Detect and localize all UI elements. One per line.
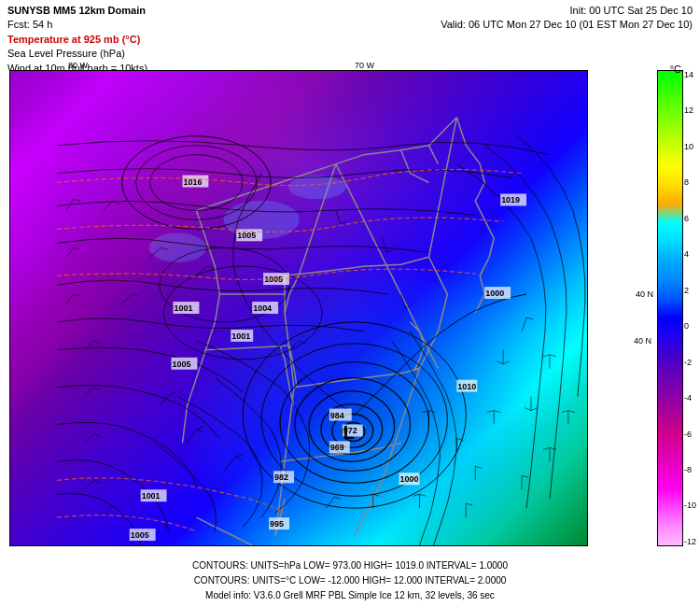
colorbar-label-n12: -12 bbox=[684, 537, 698, 546]
svg-text:984: 984 bbox=[330, 411, 344, 420]
svg-text:995: 995 bbox=[270, 519, 284, 529]
valid-time: Valid: 06 UTC Mon 27 Dec 10 (01 EST Mon … bbox=[441, 18, 693, 32]
svg-text:1001: 1001 bbox=[142, 491, 161, 501]
svg-text:1005: 1005 bbox=[131, 530, 149, 540]
title-line3: Temperature at 925 mb (°C) bbox=[7, 33, 147, 47]
header: SUNYSB MM5 12km Domain Fcst: 54 h Temper… bbox=[0, 0, 700, 78]
colorbar-labels: 14 12 10 8 6 4 2 0 -2 -4 -6 -8 -10 -12 bbox=[684, 70, 698, 546]
svg-text:1001: 1001 bbox=[175, 304, 193, 313]
svg-text:1010: 1010 bbox=[457, 382, 476, 391]
colorbar-label-14: 14 bbox=[684, 70, 698, 79]
colorbar-label-6: 6 bbox=[684, 214, 698, 223]
footer: CONTOURS: UNITS=hPa LOW= 973.00 HIGH= 10… bbox=[0, 555, 700, 603]
svg-text:969: 969 bbox=[330, 443, 344, 452]
title-line1: SUNYSB MM5 12km Domain bbox=[7, 4, 147, 18]
colorbar-label-12: 12 bbox=[684, 106, 698, 115]
svg-text:1004: 1004 bbox=[253, 304, 272, 313]
footer-contours-label1: CONTOURS: UNITS=hPa bbox=[192, 560, 303, 571]
footer-line1: CONTOURS: UNITS=hPa LOW= 973.00 HIGH= 10… bbox=[0, 558, 700, 573]
footer-contours-label2: CONTOURS: UNITS=°C bbox=[194, 575, 299, 586]
colorbar bbox=[657, 70, 683, 546]
colorbar-label-8: 8 bbox=[684, 177, 698, 187]
svg-point-5 bbox=[289, 176, 345, 199]
lon-label: 70 W bbox=[355, 61, 374, 70]
page-container: SUNYSB MM5 12km Domain Fcst: 54 h Temper… bbox=[0, 0, 700, 607]
svg-text:L: L bbox=[343, 422, 355, 443]
footer-low2: LOW= -12.000 bbox=[299, 575, 362, 586]
header-right: Init: 00 UTC Sat 25 Dec 10 Valid: 06 UTC… bbox=[441, 4, 693, 33]
colorbar-label-2: 2 bbox=[684, 286, 698, 295]
footer-line3: Model info: V3.6.0 Grell MRF PBL Simple … bbox=[0, 588, 700, 603]
title-line2: Fcst: 54 h bbox=[7, 18, 147, 32]
map-background: 1016 1005 1004 1001 1005 984 972 bbox=[10, 71, 587, 545]
footer-line2: CONTOURS: UNITS=°C LOW= -12.000 HIGH= 12… bbox=[0, 573, 700, 588]
title-line4: Sea Level Pressure (hPa) bbox=[7, 47, 147, 61]
lat-label-40n: 40 N bbox=[634, 336, 651, 346]
colorbar-label-n10: -10 bbox=[684, 501, 698, 510]
map-container: 1016 1005 1004 1001 1005 984 972 bbox=[9, 70, 588, 546]
svg-text:1001: 1001 bbox=[231, 332, 250, 341]
colorbar-label-0: 0 bbox=[684, 321, 698, 331]
footer-high1: HIGH= 1019.0 bbox=[364, 560, 427, 571]
svg-text:1000: 1000 bbox=[485, 289, 504, 298]
footer-low1: LOW= 973.00 bbox=[303, 560, 364, 571]
colorbar-label-n6: -6 bbox=[684, 430, 698, 439]
map-svg: 1016 1005 1004 1001 1005 984 972 bbox=[10, 71, 587, 545]
colorbar-label-n4: -4 bbox=[684, 393, 698, 402]
footer-interval2: INTERVAL= 2.0000 bbox=[425, 575, 506, 586]
colorbar-label-4: 4 bbox=[684, 249, 698, 259]
svg-point-4 bbox=[150, 233, 206, 261]
colorbar-title: °C bbox=[670, 64, 681, 75]
footer-high2: HIGH= 12.000 bbox=[362, 575, 425, 586]
lon-label-80w: 80 W bbox=[68, 61, 88, 70]
footer-interval1: INTERVAL= 1.0000 bbox=[427, 560, 508, 571]
lat-40n-label: 40 N bbox=[636, 289, 653, 299]
svg-text:1005: 1005 bbox=[237, 231, 256, 240]
svg-text:982: 982 bbox=[274, 473, 288, 482]
svg-text:1019: 1019 bbox=[501, 195, 520, 205]
init-time: Init: 00 UTC Sat 25 Dec 10 bbox=[441, 4, 693, 18]
colorbar-label-10: 10 bbox=[684, 142, 698, 151]
colorbar-label-n2: -2 bbox=[684, 358, 698, 367]
svg-text:1005: 1005 bbox=[173, 360, 191, 369]
colorbar-label-n8: -8 bbox=[684, 465, 698, 474]
svg-text:1000: 1000 bbox=[400, 474, 419, 484]
colorbar-gradient bbox=[658, 71, 682, 545]
